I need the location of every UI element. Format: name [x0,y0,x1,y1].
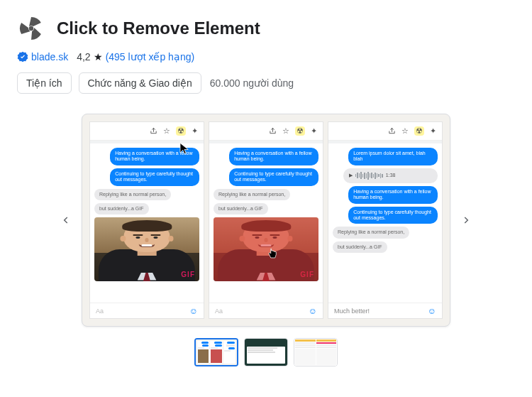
demo-panel-2: ☆ ☢ ✦ Having a conversation with a fello… [209,121,323,319]
chat-bubble: but suddenly...a GIF [94,203,149,214]
star-icon: ★ [94,51,103,62]
chat-input-bar: Aa ☺ [209,303,323,318]
chat-bubble: but suddenly...a GIF [214,203,268,214]
chat-bubble: Lorem ipsum dolor sit amet, blah blah [348,148,438,165]
chat-bubble: Replying like a normal person, [333,227,409,238]
gif-badge: GIF [300,271,314,279]
chat-bubble: Continuing to type carefully thought out… [348,207,438,224]
star-icon: ☆ [401,126,409,136]
gif-image: GIF [94,217,199,281]
screenshot-main: ☆ ☢ ✦ Having a conversation with a fello… [82,114,450,327]
carousel-next-button[interactable] [456,210,476,230]
mouse-cursor-icon [178,142,191,155]
chat-input-text: Much better! [334,308,370,315]
svg-point-0 [29,26,33,31]
star-icon: ☆ [163,126,170,136]
play-icon: ▶ [349,173,353,178]
chevron-left-icon [61,215,71,225]
browser-toolbar: ☆ ☢ ✦ [90,122,204,141]
radiation-icon: ☢ [295,126,305,136]
puzzle-icon: ✦ [430,126,436,136]
chat-input-bar: Aa ☺ [90,303,204,318]
header: Click to Remove Element [17,14,515,43]
developer-verified[interactable]: blade.sk [17,51,68,62]
audio-message: ▶ 1:38 [343,168,438,183]
chat-area: Having a conversation with a fellow huma… [90,143,204,303]
screenshot-carousel: ☆ ☢ ✦ Having a conversation with a fello… [17,114,515,327]
gif-badge: GIF [181,271,195,279]
waveform-icon [355,172,383,180]
chat-bubble: Having a conversation with a fellow huma… [229,148,318,165]
chat-bubble: Continuing to type carefully thought out… [229,168,318,186]
puzzle-icon: ✦ [192,126,198,136]
emoji-icon: ☺ [428,306,436,316]
chat-bubble: Replying like a normal person, [214,189,290,200]
chat-input-bar: Much better! ☺ [328,303,442,318]
chat-input-placeholder: Aa [96,308,104,315]
chevron-right-icon [461,215,471,225]
chat-bubble: Continuing to type carefully thought out… [110,168,199,186]
puzzle-icon: ✦ [311,126,317,136]
browser-toolbar: ☆ ☢ ✦ [209,122,323,141]
developer-link[interactable]: blade.sk [31,51,68,62]
emoji-icon: ☺ [309,306,317,316]
emoji-icon: ☺ [189,306,198,316]
verified-badge-icon [17,51,28,62]
chat-input-placeholder: Aa [215,308,223,315]
user-count: 60.000 người dùng [210,77,294,89]
chat-bubble: but suddenly...a GIF [333,241,387,253]
thumbnail-1[interactable] [194,338,238,366]
meta-row: blade.sk 4,2 ★ (495 lượt xếp hạng) [17,51,515,62]
radiation-icon: ☢ [176,126,186,136]
radiation-icon: ☢ [414,126,424,136]
gif-image-highlighted: GIF [214,217,318,281]
chat-bubble: Replying like a normal person, [94,189,171,200]
extension-logo-icon [17,14,45,43]
chat-area: Lorem ipsum dolor sit amet, blah blah ▶ … [328,143,442,303]
browser-toolbar: ☆ ☢ ✦ [328,122,442,141]
chip-category-extension[interactable]: Tiện ích [17,72,72,94]
share-icon [150,127,157,135]
chip-category-functionality[interactable]: Chức năng & Giao diện [79,72,201,94]
demo-panel-3: ☆ ☢ ✦ Lorem ipsum dolor sit amet, blah b… [328,121,443,319]
star-icon: ☆ [282,126,289,136]
ratings-count-link[interactable]: (495 lượt xếp hạng) [106,51,195,62]
chat-area: Having a conversation with a fellow huma… [209,143,323,303]
chips-row: Tiện ích Chức năng & Giao diện 60.000 ng… [17,72,515,94]
rating: 4,2 ★ (495 lượt xếp hạng) [77,51,194,62]
pointer-cursor-icon [266,247,279,260]
demo-panel-1: ☆ ☢ ✦ Having a conversation with a fello… [89,121,204,319]
thumbnail-3[interactable] [294,338,338,366]
thumbnail-2[interactable] [244,338,288,366]
extension-title: Click to Remove Element [57,18,260,38]
carousel-prev-button[interactable] [56,210,76,230]
rating-value: 4,2 [77,51,90,62]
share-icon [269,127,277,135]
share-icon [388,127,396,135]
thumbnails-row [17,338,515,366]
audio-duration: 1:38 [386,173,396,178]
chat-bubble: Having a conversation with a fellow huma… [348,186,438,204]
